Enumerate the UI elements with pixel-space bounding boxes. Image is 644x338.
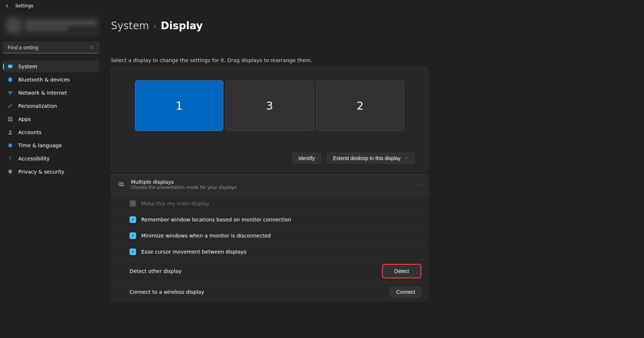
sidebar-item-apps[interactable]: Apps: [3, 113, 99, 125]
svg-rect-12: [119, 182, 123, 185]
display-2[interactable]: 2: [316, 80, 404, 131]
option-remember-windows[interactable]: Remember window locations based on monit…: [111, 212, 428, 228]
svg-rect-5: [8, 117, 10, 119]
bluetooth-icon: [7, 77, 13, 83]
search-box[interactable]: [3, 42, 99, 53]
avatar: [6, 18, 22, 34]
svg-rect-8: [11, 119, 12, 121]
apps-icon: [7, 116, 13, 122]
sidebar-item-network[interactable]: Network & internet: [3, 87, 99, 99]
sidebar-item-label: Accounts: [18, 129, 42, 135]
display-1[interactable]: 1: [135, 80, 223, 131]
sidebar-item-label: Apps: [18, 116, 31, 122]
svg-point-3: [8, 77, 12, 82]
svg-rect-2: [9, 68, 11, 68]
connect-row: Connect to a wireless display Connect: [111, 282, 428, 301]
sidebar-item-label: Time & language: [18, 143, 62, 148]
sidebar-item-label: Accessibility: [18, 156, 50, 162]
option-label: Ease cursor movement between displays: [141, 249, 421, 255]
svg-rect-13: [120, 183, 124, 186]
detect-button[interactable]: Detect: [384, 266, 420, 277]
breadcrumb-parent[interactable]: System: [111, 20, 149, 32]
sidebar-item-label: Privacy & security: [18, 169, 64, 175]
search-icon: [89, 45, 95, 50]
display-mode-dropdown[interactable]: Extend desktop to this display: [327, 153, 415, 164]
minimize-disconnect-checkbox[interactable]: [130, 232, 136, 239]
sidebar-item-label: Bluetooth & devices: [18, 77, 70, 83]
accounts-icon: [7, 129, 13, 135]
back-button[interactable]: [3, 2, 11, 10]
display-arrangement-box: 1 3 2 Identify Extend desktop to this di…: [111, 67, 428, 171]
option-main-display: Make this my main display: [111, 195, 428, 212]
option-minimize-disconnect[interactable]: Minimize windows when a monitor is disco…: [111, 228, 428, 244]
chevron-down-icon: [404, 156, 409, 160]
paint-icon: [7, 103, 13, 109]
ease-cursor-checkbox[interactable]: [130, 248, 136, 255]
option-label: Minimize windows when a monitor is disco…: [141, 233, 421, 239]
displays-row[interactable]: 1 3 2: [124, 80, 415, 131]
system-icon: [7, 64, 13, 69]
svg-rect-6: [11, 117, 12, 119]
option-label: Remember window locations based on monit…: [141, 217, 421, 223]
display-3[interactable]: 3: [225, 80, 314, 131]
main-display-checkbox: [130, 200, 136, 207]
remember-windows-checkbox[interactable]: [130, 216, 136, 223]
user-account-block[interactable]: [3, 15, 99, 37]
wifi-icon: [7, 90, 13, 96]
svg-point-9: [9, 130, 11, 132]
option-label: Make this my main display: [141, 201, 421, 206]
svg-rect-1: [8, 65, 12, 68]
svg-rect-7: [8, 119, 10, 121]
sidebar-item-accessibility[interactable]: Accessibility: [3, 153, 99, 164]
sidebar-item-accounts[interactable]: Accounts: [3, 126, 99, 138]
content-area: System › Display Select a display to cha…: [102, 12, 644, 338]
chevron-up-icon: [416, 182, 421, 188]
expander-subtitle: Choose the presentation mode for your di…: [131, 185, 410, 190]
sidebar-item-label: System: [18, 64, 37, 69]
shield-icon: [7, 169, 13, 175]
search-input[interactable]: [8, 45, 89, 50]
svg-point-4: [10, 94, 11, 95]
identify-button[interactable]: Identify: [292, 153, 321, 164]
sidebar-item-privacy[interactable]: Privacy & security: [3, 166, 99, 178]
highlight-annotation: Detect: [382, 264, 421, 278]
connect-label: Connect to a wireless display: [130, 289, 204, 295]
sidebar-item-label: Network & internet: [18, 90, 67, 96]
sidebar-item-system[interactable]: System: [3, 61, 99, 72]
sidebar-item-time[interactable]: Time & language: [3, 140, 99, 151]
detect-label: Detect other display: [130, 268, 182, 274]
sidebar-item-bluetooth[interactable]: Bluetooth & devices: [3, 74, 99, 86]
sidebar: System Bluetooth & devices Network & int…: [0, 12, 102, 338]
chevron-right-icon: ›: [153, 22, 156, 30]
sidebar-item-personalization[interactable]: Personalization: [3, 100, 99, 112]
accessibility-icon: [7, 156, 13, 162]
page-title: Display: [161, 20, 203, 32]
multiple-displays-expander[interactable]: Multiple displays Choose the presentatio…: [111, 174, 428, 195]
detect-row: Detect other display Detect: [111, 260, 428, 282]
instruction-text: Select a display to change the settings …: [111, 57, 428, 63]
displays-icon: [118, 181, 124, 189]
breadcrumb: System › Display: [111, 20, 635, 32]
svg-point-11: [10, 156, 11, 157]
connect-button[interactable]: Connect: [390, 286, 421, 297]
sidebar-item-label: Personalization: [18, 103, 57, 109]
svg-point-0: [90, 46, 93, 48]
window-title: Settings: [15, 3, 33, 8]
expander-title: Multiple displays: [131, 179, 410, 185]
titlebar: Settings: [0, 0, 644, 12]
option-ease-cursor[interactable]: Ease cursor movement between displays: [111, 244, 428, 260]
clock-icon: [7, 143, 13, 148]
